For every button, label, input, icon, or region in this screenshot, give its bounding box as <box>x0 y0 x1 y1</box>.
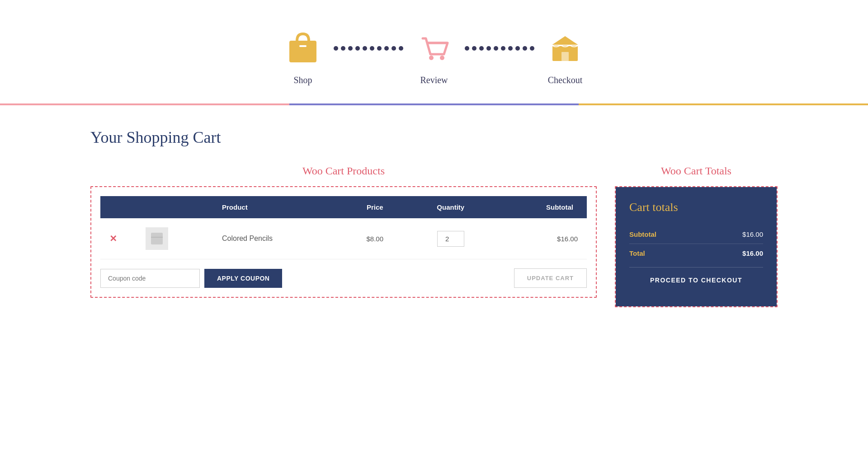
cart-totals-heading: Cart totals <box>629 201 763 214</box>
step-checkout[interactable]: Checkout <box>545 27 585 85</box>
main-content: Your Shopping Cart Woo Cart Products Pro… <box>0 105 868 330</box>
thumbnail-cell <box>137 218 213 259</box>
review-icon <box>414 27 454 68</box>
divider <box>0 103 868 105</box>
totals-section: Woo Cart Totals Cart totals Subtotal $16… <box>615 165 778 307</box>
totals-box: Cart totals Subtotal $16.00 Total $16.00… <box>615 186 778 307</box>
divider-segment-3 <box>579 103 868 105</box>
cart-table: Product Price Quantity Subtotal ✕ <box>100 196 587 259</box>
step-shop[interactable]: Shop <box>283 27 323 85</box>
product-name-cell: Colored Pencils <box>213 218 342 259</box>
divider-segment-1 <box>0 103 289 105</box>
totals-section-title: Woo Cart Totals <box>615 165 778 177</box>
step-shop-label: Shop <box>293 75 312 85</box>
col-header-price: Price <box>342 196 408 218</box>
product-qty-cell <box>408 218 493 259</box>
products-section-title: Woo Cart Products <box>90 165 597 177</box>
total-row: Total $16.00 <box>629 244 763 263</box>
col-header-image <box>137 196 213 218</box>
products-section: Woo Cart Products Product Price Quantity… <box>90 165 597 298</box>
coupon-row: APPLY COUPON UPDATE CART <box>100 268 587 288</box>
products-box: Product Price Quantity Subtotal ✕ <box>90 186 597 298</box>
product-price-cell: $8.00 <box>342 218 408 259</box>
product-price: $8.00 <box>367 235 384 243</box>
total-value: $16.00 <box>742 249 763 257</box>
totals-inner: Cart totals Subtotal $16.00 Total $16.00… <box>616 187 777 306</box>
svg-rect-0 <box>289 41 316 62</box>
remove-item-button[interactable]: ✕ <box>109 233 117 244</box>
step-review[interactable]: Review <box>414 27 454 85</box>
col-header-quantity: Quantity <box>408 196 493 218</box>
svg-rect-6 <box>561 52 569 61</box>
progress-steps: Shop Review <box>0 0 868 103</box>
proceed-to-checkout-button[interactable]: PROCEED TO CHECKOUT <box>629 267 763 293</box>
update-cart-button[interactable]: UPDATE CART <box>514 268 587 288</box>
svg-point-2 <box>429 56 434 60</box>
total-label: Total <box>629 249 645 257</box>
quantity-input[interactable] <box>437 231 464 247</box>
checkout-icon <box>545 27 585 68</box>
col-header-remove <box>100 196 137 218</box>
cart-layout: Woo Cart Products Product Price Quantity… <box>90 165 778 307</box>
table-row: ✕ Colored Pencils $8.00 <box>100 218 587 259</box>
product-thumbnail <box>146 227 168 250</box>
subtotal-label: Subtotal <box>629 230 656 238</box>
product-name: Colored Pencils <box>222 235 273 242</box>
product-subtotal: $16.00 <box>557 235 578 243</box>
dots-1 <box>332 46 405 67</box>
step-review-label: Review <box>420 75 448 85</box>
subtotal-value: $16.00 <box>742 230 763 238</box>
remove-cell: ✕ <box>100 218 137 259</box>
svg-rect-1 <box>299 45 307 47</box>
divider-segment-2 <box>289 103 579 105</box>
svg-point-3 <box>440 56 444 60</box>
col-header-subtotal: Subtotal <box>493 196 587 218</box>
apply-coupon-button[interactable]: APPLY COUPON <box>204 269 282 288</box>
page-title: Your Shopping Cart <box>90 128 778 147</box>
col-header-product: Product <box>213 196 342 218</box>
step-checkout-label: Checkout <box>548 75 583 85</box>
coupon-input[interactable] <box>100 269 200 288</box>
table-header-row: Product Price Quantity Subtotal <box>100 196 587 218</box>
shop-icon <box>283 27 323 68</box>
dots-2 <box>463 46 536 67</box>
product-subtotal-cell: $16.00 <box>493 218 587 259</box>
subtotal-row: Subtotal $16.00 <box>629 225 763 244</box>
svg-rect-7 <box>151 233 163 244</box>
